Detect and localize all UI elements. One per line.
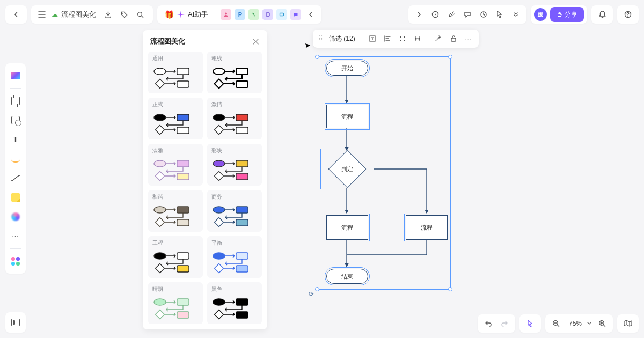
svg-rect-48 xyxy=(404,40,405,41)
chevron-down-icon[interactable] xyxy=(587,322,591,325)
resize-handle[interactable] xyxy=(448,55,452,59)
drag-handle-icon[interactable]: ⠿ xyxy=(316,35,325,42)
spacing-button[interactable] xyxy=(411,32,425,46)
svg-rect-49 xyxy=(451,38,456,41)
more-button[interactable]: ··· xyxy=(462,32,475,46)
lock-button[interactable] xyxy=(447,32,460,46)
svg-rect-47 xyxy=(400,40,401,41)
selection-count[interactable]: 筛选 (12) xyxy=(326,34,358,43)
divider xyxy=(428,34,428,43)
zoom-in-button[interactable] xyxy=(595,316,610,331)
svg-rect-45 xyxy=(400,36,401,38)
resize-handle[interactable] xyxy=(315,55,319,59)
zoom-out-button[interactable] xyxy=(548,316,564,331)
resize-handle[interactable] xyxy=(315,287,319,291)
align-button[interactable] xyxy=(380,32,394,46)
connector-style-button[interactable] xyxy=(431,32,445,46)
flow-node-end[interactable]: 结束 xyxy=(326,269,368,284)
flow-node-decision[interactable]: 判定 xyxy=(322,150,372,188)
flow-node-process[interactable]: 流程 xyxy=(326,105,368,128)
textframe-button[interactable] xyxy=(365,32,379,46)
undo-button[interactable] xyxy=(481,316,496,331)
svg-rect-46 xyxy=(404,36,405,38)
selection-toolbar: ⠿ 筛选 (12) ··· xyxy=(313,30,479,48)
flow-node-process[interactable]: 流程 xyxy=(406,215,448,240)
zoom-label[interactable]: 75% xyxy=(567,320,584,327)
redo-button[interactable] xyxy=(497,316,512,331)
mouse-cursor-icon: ➤ xyxy=(304,40,311,50)
flow-node-process[interactable]: 流程 xyxy=(326,215,368,240)
resize-handle[interactable] xyxy=(448,287,452,291)
pointer-mode-button[interactable] xyxy=(523,316,538,331)
distribute-button[interactable] xyxy=(396,32,409,46)
minimap-button[interactable] xyxy=(620,316,635,331)
divider xyxy=(362,34,362,43)
flow-node-start[interactable]: 开始 xyxy=(326,61,368,76)
rotate-handle[interactable]: ⟳ xyxy=(309,290,314,298)
